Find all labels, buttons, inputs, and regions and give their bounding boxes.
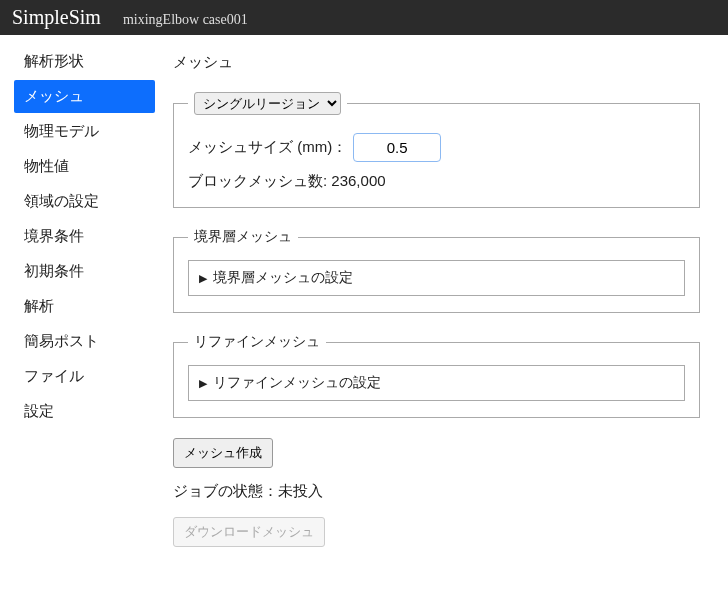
sidebar-item-label: 設定 — [24, 402, 54, 419]
layout: 解析形状 メッシュ 物理モデル 物性値 領域の設定 境界条件 初期条件 解析 簡… — [0, 35, 728, 592]
refine-legend: リファインメッシュ — [188, 333, 326, 351]
sidebar-item-initial[interactable]: 初期条件 — [14, 255, 155, 288]
refine-fieldset: リファインメッシュ ▶ リファインメッシュの設定 — [173, 333, 700, 418]
sidebar-item-physics[interactable]: 物理モデル — [14, 115, 155, 148]
sidebar-item-boundary[interactable]: 境界条件 — [14, 220, 155, 253]
job-status-value: 未投入 — [278, 482, 323, 499]
sidebar-item-label: 物性値 — [24, 157, 69, 174]
sidebar: 解析形状 メッシュ 物理モデル 物性値 領域の設定 境界条件 初期条件 解析 簡… — [0, 35, 155, 592]
job-status-label: ジョブの状態： — [173, 482, 278, 499]
mesh-base-fieldset: シングルリージョン メッシュサイズ (mm)： ブロックメッシュ数: 236,0… — [173, 92, 700, 208]
block-count-value: 236,000 — [331, 172, 385, 189]
sidebar-item-label: ファイル — [24, 367, 84, 384]
boundary-layer-expander-label: 境界層メッシュの設定 — [213, 269, 353, 287]
sidebar-item-label: 物理モデル — [24, 122, 99, 139]
download-mesh-button: ダウンロードメッシュ — [173, 517, 325, 547]
refine-expander-label: リファインメッシュの設定 — [213, 374, 381, 392]
sidebar-item-settings[interactable]: 設定 — [14, 395, 155, 428]
boundary-layer-legend: 境界層メッシュ — [188, 228, 298, 246]
refine-expander[interactable]: ▶ リファインメッシュの設定 — [188, 365, 685, 401]
sidebar-item-label: メッシュ — [24, 87, 84, 104]
region-select[interactable]: シングルリージョン — [194, 92, 341, 115]
sidebar-item-label: 境界条件 — [24, 227, 84, 244]
mesh-size-row: メッシュサイズ (mm)： — [188, 133, 685, 162]
main-panel: メッシュ シングルリージョン メッシュサイズ (mm)： ブロックメッシュ数: … — [155, 35, 728, 592]
sidebar-item-mesh[interactable]: メッシュ — [14, 80, 155, 113]
sidebar-item-file[interactable]: ファイル — [14, 360, 155, 393]
triangle-right-icon: ▶ — [199, 273, 207, 284]
sidebar-item-properties[interactable]: 物性値 — [14, 150, 155, 183]
create-mesh-button[interactable]: メッシュ作成 — [173, 438, 273, 468]
block-count-row: ブロックメッシュ数: 236,000 — [188, 172, 685, 191]
case-name: mixingElbow case001 — [123, 12, 248, 28]
region-select-legend: シングルリージョン — [188, 92, 347, 115]
boundary-layer-fieldset: 境界層メッシュ ▶ 境界層メッシュの設定 — [173, 228, 700, 313]
page-title: メッシュ — [173, 53, 700, 72]
boundary-layer-expander[interactable]: ▶ 境界層メッシュの設定 — [188, 260, 685, 296]
sidebar-item-post[interactable]: 簡易ポスト — [14, 325, 155, 358]
mesh-size-label: メッシュサイズ (mm)： — [188, 138, 347, 157]
top-bar: SimpleSim mixingElbow case001 — [0, 0, 728, 35]
sidebar-item-label: 簡易ポスト — [24, 332, 99, 349]
block-count-label: ブロックメッシュ数: — [188, 172, 327, 189]
sidebar-item-label: 初期条件 — [24, 262, 84, 279]
sidebar-item-label: 領域の設定 — [24, 192, 99, 209]
sidebar-item-region[interactable]: 領域の設定 — [14, 185, 155, 218]
job-status-row: ジョブの状態：未投入 — [173, 482, 700, 501]
triangle-right-icon: ▶ — [199, 378, 207, 389]
sidebar-item-label: 解析形状 — [24, 52, 84, 69]
sidebar-item-geometry[interactable]: 解析形状 — [14, 45, 155, 78]
sidebar-item-label: 解析 — [24, 297, 54, 314]
sidebar-item-solve[interactable]: 解析 — [14, 290, 155, 323]
mesh-size-input[interactable] — [353, 133, 441, 162]
app-brand: SimpleSim — [12, 6, 101, 29]
